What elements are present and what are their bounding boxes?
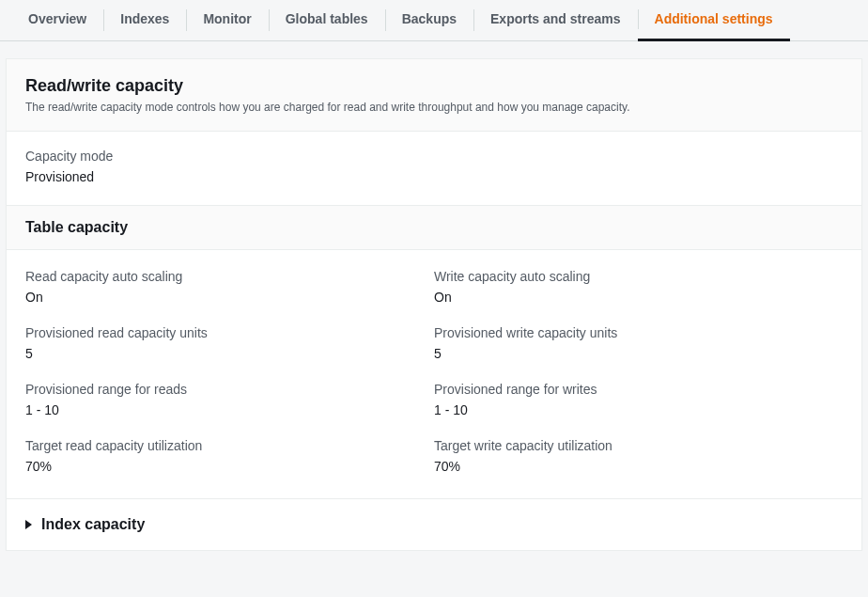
tab-bar: Overview Indexes Monitor Global tables B…: [0, 0, 868, 41]
capacity-mode-value: Provisioned: [25, 169, 843, 184]
write-provisioned-value: 5: [434, 346, 843, 361]
tab-indexes[interactable]: Indexes: [103, 0, 186, 40]
read-provisioned-label: Provisioned read capacity units: [25, 325, 434, 340]
capacity-mode-label: Capacity mode: [25, 149, 843, 164]
write-target-value: 70%: [434, 459, 843, 474]
read-range-label: Provisioned range for reads: [25, 382, 434, 397]
write-capacity-column: Write capacity auto scaling On Provision…: [434, 269, 843, 495]
read-auto-scaling-value: On: [25, 290, 434, 305]
tab-global-tables[interactable]: Global tables: [269, 0, 385, 40]
read-target-label: Target read capacity utilization: [25, 438, 434, 453]
write-range-value: 1 - 10: [434, 402, 843, 417]
read-write-capacity-panel: Read/write capacity The read/write capac…: [6, 58, 862, 551]
write-provisioned-label: Provisioned write capacity units: [434, 325, 843, 340]
tab-backups[interactable]: Backups: [385, 0, 473, 40]
tab-overview[interactable]: Overview: [11, 0, 103, 40]
index-capacity-expander[interactable]: Index capacity: [7, 498, 861, 550]
panel-title: Read/write capacity: [25, 76, 843, 96]
tab-monitor[interactable]: Monitor: [186, 0, 268, 40]
read-range-value: 1 - 10: [25, 402, 434, 417]
write-auto-scaling-label: Write capacity auto scaling: [434, 269, 843, 284]
caret-right-icon: [25, 520, 32, 529]
write-target-label: Target write capacity utilization: [434, 438, 843, 453]
write-auto-scaling-value: On: [434, 290, 843, 305]
tab-additional-settings[interactable]: Additional settings: [638, 0, 790, 41]
table-capacity-columns: Read capacity auto scaling On Provisione…: [7, 250, 861, 498]
read-target-value: 70%: [25, 459, 434, 474]
table-capacity-header: Table capacity: [7, 206, 861, 250]
panel-header: Read/write capacity The read/write capac…: [7, 59, 861, 132]
panel-description: The read/write capacity mode controls ho…: [25, 100, 843, 116]
tab-exports-and-streams[interactable]: Exports and streams: [473, 0, 638, 40]
write-range-label: Provisioned range for writes: [434, 382, 843, 397]
read-provisioned-value: 5: [25, 346, 434, 361]
index-capacity-title: Index capacity: [41, 516, 145, 533]
read-auto-scaling-label: Read capacity auto scaling: [25, 269, 434, 284]
table-capacity-title: Table capacity: [25, 219, 843, 236]
read-capacity-column: Read capacity auto scaling On Provisione…: [25, 269, 434, 495]
capacity-mode-section: Capacity mode Provisioned: [7, 132, 861, 206]
